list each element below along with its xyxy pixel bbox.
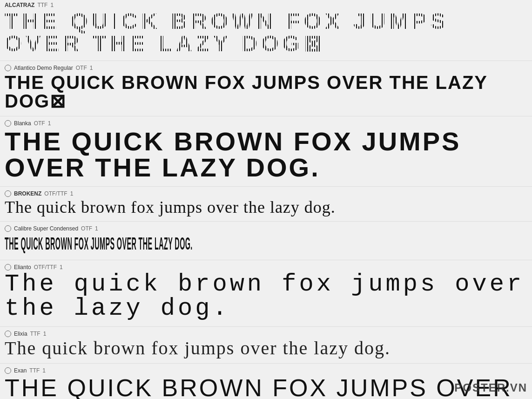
font-meta-atlantico: Atlantico Demo Regular OTF 1 <box>5 65 527 71</box>
font-count-atlantico: 1 <box>90 65 93 71</box>
font-meta-elixia: Elixia TTF 1 <box>5 331 527 337</box>
font-format-blanka: OTF <box>34 120 45 127</box>
font-format-exan: TTF <box>29 367 40 374</box>
radio-blanka[interactable] <box>5 120 11 127</box>
font-name-elixia: Elixia <box>14 331 27 337</box>
font-preview-brokenz: The quick brown fox jumps over the lazy … <box>5 199 527 216</box>
font-preview-blanka: THE QUICK BROWN FOX JUMPS OVER THE LAZY … <box>5 128 527 181</box>
font-name-atlantico: Atlantico Demo Regular <box>14 65 73 71</box>
radio-elixia[interactable] <box>5 331 11 337</box>
font-format-elixia: TTF <box>30 331 40 337</box>
font-count-blanka: 1 <box>48 120 51 127</box>
font-meta-elianto: Elianto OTF/TTF 1 <box>5 264 527 271</box>
font-meta-exan: Exan TTF 1 <box>5 367 527 374</box>
radio-elianto[interactable] <box>5 264 11 271</box>
font-preview-alcatraz: THE QUICK BROWN FOX JUMPS OVER THE LAZY … <box>5 10 527 55</box>
font-name-exan: Exan <box>14 367 27 374</box>
font-format-brokenz: OTF/TTF <box>44 190 67 197</box>
font-section-brokenz: BROKENZ OTF/TTF 1 The quick brown fox ju… <box>0 187 532 222</box>
font-format-calibre: OTF <box>81 225 92 232</box>
font-section-blanka: Blanka OTF 1 THE QUICK BROWN FOX JUMPS O… <box>0 116 532 187</box>
font-count-brokenz: 1 <box>70 190 74 197</box>
font-name-calibre: Calibre Super Condensed <box>14 225 78 232</box>
font-section-alcatraz: ALCATRAZ TTF 1 THE QUICK BROWN FOX JUMPS… <box>0 0 532 61</box>
font-preview-elixia: The quick brown fox jumps over the lazy … <box>5 339 527 358</box>
font-name-blanka: Blanka <box>14 120 31 127</box>
font-section-elianto: Elianto OTF/TTF 1 The quick brown fox ju… <box>0 260 532 327</box>
font-meta-blanka: Blanka OTF 1 <box>5 120 527 127</box>
font-name-elianto: Elianto <box>14 264 31 271</box>
font-preview-calibre-wrap: THE QUICK BROWN FOX JUMPS OVER THE LAZY … <box>5 234 527 254</box>
font-list: ALCATRAZ TTF 1 THE QUICK BROWN FOX JUMPS… <box>0 0 532 399</box>
font-count-exan: 1 <box>42 367 46 374</box>
font-section-exan: Exan TTF 1 THE QUICK BROWN FOX JUMPS OVE… <box>0 364 532 399</box>
font-meta-alcatraz: ALCATRAZ TTF 1 <box>5 2 527 8</box>
font-meta-calibre: Calibre Super Condensed OTF 1 <box>5 225 527 232</box>
font-count-elixia: 1 <box>43 331 47 337</box>
font-format-elianto: OTF/TTF <box>34 264 57 271</box>
font-count-elianto: 1 <box>60 264 63 271</box>
font-meta-brokenz: BROKENZ OTF/TTF 1 <box>5 190 527 197</box>
font-count-alcatraz: 1 <box>50 2 54 8</box>
font-count-calibre: 1 <box>95 225 98 232</box>
radio-brokenz[interactable] <box>5 190 11 197</box>
font-preview-elianto: The quick brown fox jumps over the lazy … <box>5 272 527 321</box>
radio-exan[interactable] <box>5 367 11 374</box>
font-preview-calibre: THE QUICK BROWN FOX JUMPS OVER THE LAZY … <box>5 235 214 253</box>
font-preview-exan: THE QUICK BROWN FOX JUMPS OVER THE LAZY … <box>5 376 527 399</box>
radio-atlantico[interactable] <box>5 65 11 71</box>
font-format-alcatraz: TTF <box>37 2 47 8</box>
radio-calibre[interactable] <box>5 225 11 232</box>
font-section-calibre: Calibre Super Condensed OTF 1 THE QUICK … <box>0 222 532 260</box>
font-format-atlantico: OTF <box>76 65 87 71</box>
font-section-atlantico: Atlantico Demo Regular OTF 1 THE QUICK B… <box>0 61 532 116</box>
font-preview-atlantico: THE QUICK BROWN FOX JUMPS OVER THE LAZY … <box>5 73 527 110</box>
font-name-brokenz: BROKENZ <box>14 190 41 197</box>
font-section-elixia: Elixia TTF 1 The quick brown fox jumps o… <box>0 327 532 364</box>
font-name-alcatraz: ALCATRAZ <box>5 2 34 8</box>
